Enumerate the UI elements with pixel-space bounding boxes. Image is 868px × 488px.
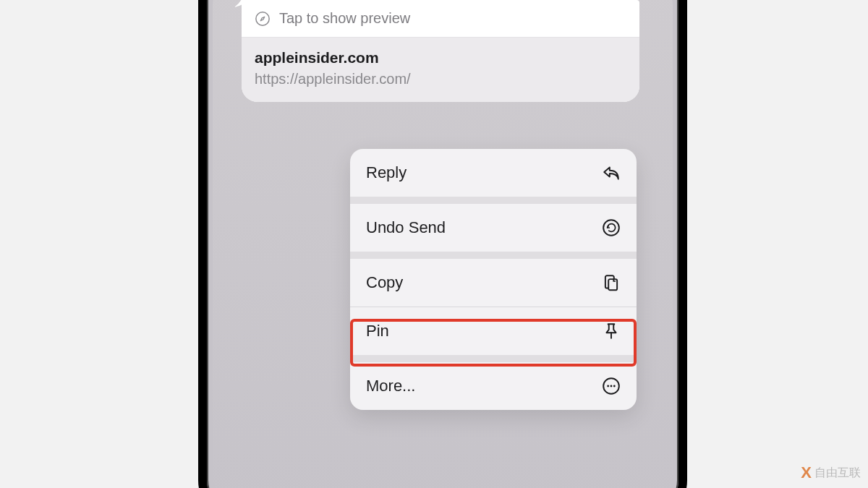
- message-bubble[interactable]: Tap to show preview appleinsider.com htt…: [242, 0, 645, 102]
- reply-icon: [602, 163, 621, 182]
- menu-item-reply[interactable]: Reply: [350, 149, 637, 197]
- link-preview-card[interactable]: Tap to show preview appleinsider.com htt…: [242, 0, 639, 102]
- context-menu: Reply Undo Send Copy: [350, 149, 637, 410]
- link-body: appleinsider.com https://appleinsider.co…: [242, 38, 639, 102]
- compass-icon: [255, 11, 271, 27]
- menu-label-pin: Pin: [366, 322, 389, 341]
- pin-icon: [602, 322, 621, 341]
- svg-point-0: [256, 12, 269, 25]
- menu-separator: [350, 197, 637, 204]
- copy-icon: [602, 273, 621, 292]
- menu-label-reply: Reply: [366, 163, 407, 182]
- more-icon: [602, 377, 621, 395]
- svg-point-7: [613, 385, 616, 388]
- menu-separator: [350, 355, 637, 362]
- watermark: X 自由互联: [801, 463, 861, 482]
- link-title: appleinsider.com: [255, 49, 626, 67]
- svg-rect-2: [608, 279, 617, 290]
- phone-screen: Tap to show preview appleinsider.com htt…: [213, 0, 673, 488]
- svg-point-5: [607, 385, 609, 388]
- preview-tap-label: Tap to show preview: [279, 10, 410, 27]
- watermark-text: 自由互联: [814, 466, 861, 481]
- menu-label-copy: Copy: [366, 273, 403, 292]
- menu-item-more[interactable]: More...: [350, 362, 637, 410]
- svg-point-1: [603, 220, 619, 236]
- svg-point-6: [610, 385, 613, 388]
- menu-label-more: More...: [366, 377, 415, 395]
- phone-frame: Tap to show preview appleinsider.com htt…: [198, 0, 687, 488]
- watermark-logo-icon: X: [801, 463, 812, 482]
- menu-item-copy[interactable]: Copy: [350, 259, 637, 307]
- preview-tap-row[interactable]: Tap to show preview: [242, 0, 639, 38]
- menu-label-undo-send: Undo Send: [366, 218, 446, 237]
- link-url: https://appleinsider.com/: [255, 71, 626, 87]
- menu-separator: [350, 252, 637, 259]
- bubble-tail-icon: [231, 0, 253, 9]
- menu-item-undo-send[interactable]: Undo Send: [350, 204, 637, 252]
- undo-icon: [602, 218, 621, 237]
- menu-item-pin[interactable]: Pin: [350, 307, 637, 355]
